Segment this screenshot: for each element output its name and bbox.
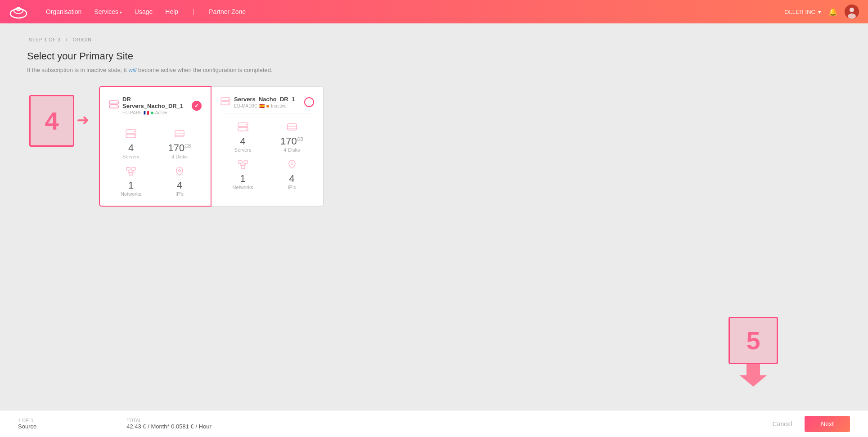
- card-2-ips-value: 4: [289, 174, 294, 184]
- nav-organisation[interactable]: Organisation: [46, 8, 81, 15]
- site-cards: DR Servers_Nacho_DR_1 EU-PAR5 🇫🇷 Active: [99, 86, 324, 207]
- breadcrumb-step: STEP 1 OF 3: [29, 37, 61, 42]
- card-2-disks-label: 4 Disks: [283, 147, 300, 153]
- main-content: STEP 1 OF 3 / ORIGIN Select your Primary…: [0, 23, 868, 410]
- card-1-location-code: EU-PAR5: [122, 110, 142, 115]
- card-2-check[interactable]: [304, 97, 314, 107]
- svg-point-4: [850, 8, 854, 12]
- card-2-location-code: EU-MAD3C: [234, 104, 257, 108]
- nav-services[interactable]: Services: [94, 8, 121, 15]
- annotation-5-arrow: [729, 364, 778, 387]
- page-subtitle: If the subscription is in inactive state…: [27, 67, 841, 73]
- card-1-location: EU-PAR5 🇫🇷 Active: [122, 110, 192, 115]
- svg-rect-17: [126, 167, 130, 170]
- card-2-servers-value: 4: [240, 136, 245, 146]
- card-2-networks-value: 1: [240, 174, 245, 184]
- card-2-location: EU-MAD3C 🇪🇸 Inactive: [234, 104, 295, 108]
- svg-point-29: [228, 103, 229, 104]
- logo[interactable]: [9, 5, 28, 19]
- card-1-status-dot: [151, 112, 153, 114]
- bell-icon[interactable]: 🔔: [828, 8, 837, 16]
- card-1-disks-label: 4 Disks: [171, 154, 188, 159]
- annotation-4-number: 4: [45, 106, 58, 135]
- card-2-networks-label: Networks: [233, 185, 253, 190]
- servers-icon: [126, 128, 136, 141]
- svg-rect-34: [288, 124, 297, 130]
- cards-wrapper: 4 ➜: [99, 86, 324, 207]
- footer-step-name: Source: [18, 423, 36, 430]
- card-1-header: DR Servers_Nacho_DR_1 EU-PAR5 🇫🇷 Active: [109, 96, 202, 120]
- navbar: Organisation Services Usage Help | Partn…: [0, 0, 868, 23]
- svg-point-5: [848, 14, 856, 19]
- disks-icon: [174, 128, 185, 141]
- card-2-flag: 🇪🇸: [259, 104, 265, 108]
- svg-rect-18: [132, 167, 135, 170]
- card-2-header: Servers_Nacho_DR_1 EU-MAD3C 🇪🇸 Inactive: [220, 96, 314, 113]
- card-1-servers-label: Servers: [122, 154, 139, 159]
- svg-point-28: [228, 99, 229, 99]
- footer-total: TOTAL 42.43 € / Month* 0.0581 € / Hour: [126, 418, 211, 430]
- card-2-disks-value: 170GB: [280, 136, 303, 146]
- footer-step: 1 OF 3 Source: [18, 418, 36, 430]
- site-card-1[interactable]: DR Servers_Nacho_DR_1 EU-PAR5 🇫🇷 Active: [99, 86, 211, 207]
- card-1-disks-stat: 170GB 4 Disks: [157, 128, 202, 159]
- annotation-5-number: 5: [746, 326, 760, 355]
- card-1-ips-value: 4: [177, 180, 182, 190]
- subtitle-post: become active when the configuration is …: [137, 67, 273, 73]
- card-1-stats: 4 Servers 170GB: [109, 128, 202, 197]
- card-1-name: DR Servers_Nacho_DR_1: [122, 96, 192, 109]
- next-button[interactable]: Next: [805, 416, 850, 432]
- annotation-5: 5: [729, 317, 778, 364]
- card-2-servers-stat: 4 Servers: [220, 122, 265, 153]
- site-card-2[interactable]: Servers_Nacho_DR_1 EU-MAD3C 🇪🇸 Inactive: [211, 86, 324, 207]
- card-1-servers-stat: 4 Servers: [109, 128, 153, 159]
- card-1-status: Active: [155, 110, 167, 115]
- card-1-header-left: DR Servers_Nacho_DR_1 EU-PAR5 🇫🇷 Active: [109, 96, 192, 115]
- svg-point-25: [179, 170, 181, 172]
- card-2-networks-stat: 1 Networks: [220, 159, 265, 190]
- svg-rect-14: [175, 131, 184, 137]
- disks-icon-2: [287, 122, 297, 135]
- card-2-ips-label: IP's: [288, 185, 296, 190]
- server-icon-2: [220, 97, 230, 108]
- nav-partner-zone[interactable]: Partner Zone: [209, 8, 246, 15]
- svg-rect-19: [129, 172, 133, 175]
- subtitle-pre: If the subscription is in inactive state…: [27, 67, 128, 73]
- server-icon: [109, 100, 119, 111]
- svg-point-8: [117, 102, 117, 103]
- card-2-header-left: Servers_Nacho_DR_1 EU-MAD3C 🇪🇸 Inactive: [220, 96, 295, 108]
- nav-usage[interactable]: Usage: [135, 8, 153, 15]
- footer-actions: Cancel Next: [765, 416, 850, 432]
- card-2-name: Servers_Nacho_DR_1: [234, 96, 295, 103]
- card-1-networks-label: Networks: [121, 191, 141, 197]
- card-2-status: Inactive: [271, 104, 286, 108]
- card-2-title-block: Servers_Nacho_DR_1 EU-MAD3C 🇪🇸 Inactive: [234, 96, 295, 108]
- card-1-networks-stat: 1 Networks: [109, 166, 153, 197]
- cancel-button[interactable]: Cancel: [765, 417, 800, 431]
- annotation-5-wrapper: 5: [729, 317, 778, 387]
- annotation-4-arrow: ➜: [76, 111, 89, 129]
- networks-icon: [126, 166, 136, 179]
- card-1-ips-stat: 4 IP's: [157, 166, 202, 197]
- card-1-flag: 🇫🇷: [144, 110, 149, 115]
- card-1-ips-label: IP's: [175, 191, 184, 197]
- svg-point-9: [117, 106, 117, 107]
- nav-help[interactable]: Help: [165, 8, 178, 15]
- nav-divider: |: [193, 8, 194, 16]
- breadcrumb-separator: /: [66, 37, 67, 42]
- company-selector[interactable]: OLLER INC ▾: [784, 9, 821, 15]
- user-avatar[interactable]: [845, 5, 859, 19]
- svg-point-44: [291, 163, 293, 165]
- breadcrumb: STEP 1 OF 3 / ORIGIN: [27, 37, 841, 42]
- svg-point-33: [246, 129, 247, 130]
- company-name: OLLER INC: [784, 9, 815, 15]
- card-1-disks-value: 170GB: [168, 143, 191, 153]
- card-1-title-block: DR Servers_Nacho_DR_1 EU-PAR5 🇫🇷 Active: [122, 96, 192, 115]
- svg-marker-45: [740, 364, 767, 387]
- navbar-right: OLLER INC ▾ 🔔: [784, 5, 859, 19]
- footer-step-num: 1 OF 3: [18, 418, 36, 423]
- annotation-4: 4: [29, 95, 74, 147]
- breadcrumb-section: ORIGIN: [72, 37, 91, 42]
- card-1-check[interactable]: [192, 101, 202, 111]
- card-1-servers-value: 4: [128, 143, 134, 153]
